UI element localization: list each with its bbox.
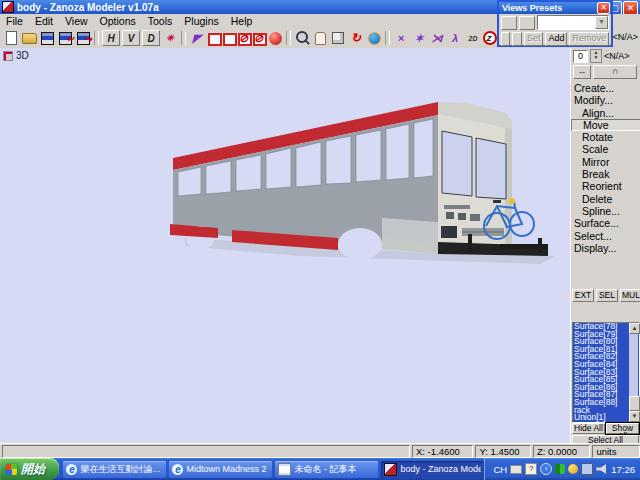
- sidebar-command[interactable]: Rotate: [571, 131, 640, 143]
- menu-item[interactable]: Edit: [29, 15, 59, 27]
- preset-button-4[interactable]: [512, 32, 521, 46]
- language-indicator[interactable]: CH: [493, 464, 507, 475]
- sidebar-command[interactable]: Delete: [571, 193, 640, 205]
- sidebar-command[interactable]: Reorient: [571, 180, 640, 192]
- zoom-tool-icon[interactable]: [293, 30, 311, 46]
- orbit-view-icon[interactable]: [365, 30, 383, 46]
- sidebar-command[interactable]: Select...: [571, 230, 640, 242]
- remove-button[interactable]: Remove: [569, 32, 609, 46]
- sidebar-command[interactable]: Break: [571, 168, 640, 180]
- add-button[interactable]: Add: [545, 32, 567, 46]
- viewport-disable-icon-1[interactable]: ⊘: [236, 32, 251, 45]
- layout-vertical-button[interactable]: V: [122, 30, 140, 46]
- menu-item[interactable]: Help: [225, 15, 259, 27]
- rotate-view-icon[interactable]: ↻: [347, 30, 365, 46]
- sidebar-command[interactable]: Spline...: [571, 205, 640, 217]
- views-preset-select[interactable]: ▼: [537, 15, 609, 30]
- menu-item[interactable]: Tools: [142, 15, 179, 27]
- clock[interactable]: 17:26: [611, 464, 635, 475]
- close-button[interactable]: ✕: [623, 1, 638, 15]
- level-value[interactable]: 0: [573, 50, 588, 63]
- views-presets-titlebar[interactable]: Views Presets ✕: [499, 2, 611, 14]
- taskbar-task[interactable]: 樂在生活互動討論...: [63, 461, 166, 478]
- system-tray: CH 17:26: [484, 458, 640, 480]
- taskbar-task[interactable]: Midtown Madness 2 C...: [169, 461, 272, 478]
- arc-button[interactable]: ∩: [593, 65, 637, 79]
- save-icon[interactable]: [38, 30, 56, 46]
- menu-item[interactable]: File: [0, 15, 29, 27]
- surface-list-item[interactable]: Union[1]: [573, 414, 629, 422]
- vertex-tool-icon-1[interactable]: ×: [392, 30, 410, 46]
- help-icon[interactable]: [525, 463, 537, 475]
- level-spinner[interactable]: ▲▼: [590, 49, 602, 63]
- views-presets-close-icon[interactable]: ✕: [597, 2, 610, 14]
- scroll-down-icon[interactable]: ▼: [629, 411, 640, 422]
- sidebar-command[interactable]: Mirror: [571, 156, 640, 168]
- task-icon: [66, 464, 77, 475]
- layout-horizontal-button[interactable]: H: [102, 30, 120, 46]
- viewport-3d[interactable]: 3D: [0, 48, 570, 443]
- volume-icon[interactable]: [596, 464, 606, 474]
- layout-dynamic-button[interactable]: D: [142, 30, 160, 46]
- windows-flag-icon: [6, 464, 17, 475]
- axes-icon[interactable]: ✳: [161, 30, 179, 46]
- cube-view-icon[interactable]: [329, 30, 347, 46]
- chevron-down-icon[interactable]: ▼: [595, 16, 608, 29]
- separator: [94, 31, 99, 45]
- viewport-mode-icon[interactable]: [3, 51, 13, 61]
- menu-item[interactable]: Options: [94, 15, 142, 27]
- vertex-tool-icon-4[interactable]: λ: [446, 30, 464, 46]
- taskbar-task[interactable]: body - Zanoza Modele...: [381, 461, 484, 478]
- scroll-up-icon[interactable]: ▲: [629, 323, 640, 334]
- sidebar-command[interactable]: Scale: [571, 143, 640, 155]
- preset-button-3[interactable]: [501, 32, 510, 46]
- vertex-tool-icon-3[interactable]: ⋊: [428, 30, 446, 46]
- z-axis-lock-icon[interactable]: Z: [482, 30, 496, 46]
- select-arrow-icon[interactable]: ◤: [188, 30, 206, 46]
- status-x-coordinate: X: -1.4600: [412, 445, 473, 458]
- sidebar-command[interactable]: Modify...: [571, 94, 640, 106]
- preset-button-2[interactable]: [519, 16, 535, 30]
- set-button[interactable]: Set: [524, 32, 544, 46]
- sidebar-command[interactable]: Create...: [571, 82, 640, 94]
- list-action-button[interactable]: Show All: [606, 423, 639, 434]
- open-file-icon[interactable]: [20, 30, 38, 46]
- render-sphere-icon[interactable]: [266, 30, 284, 46]
- keyboard-icon[interactable]: [510, 465, 522, 474]
- list-action-button[interactable]: Hide All: [572, 423, 605, 434]
- preset-button-1[interactable]: [501, 16, 517, 30]
- sidebar-command[interactable]: Align...: [571, 107, 640, 119]
- new-file-icon[interactable]: [2, 30, 20, 46]
- scroll-thumb[interactable]: [629, 396, 640, 411]
- mode-2d3d-icon[interactable]: 2D: [464, 30, 482, 46]
- sidebar-command[interactable]: Display...: [571, 242, 640, 254]
- messenger-icon[interactable]: [568, 464, 578, 474]
- separator: [181, 31, 186, 45]
- vertex-tool-icon-2[interactable]: ✶: [410, 30, 428, 46]
- start-button[interactable]: 開始: [0, 458, 59, 480]
- menu-item[interactable]: View: [59, 15, 94, 27]
- taskbar-task[interactable]: 未命名 - 記事本: [275, 461, 378, 478]
- start-label: 開始: [21, 461, 45, 478]
- menu-item[interactable]: Plugins: [178, 15, 224, 27]
- swap-button[interactable]: ↔: [573, 65, 591, 79]
- bus-model[interactable]: [0, 48, 570, 443]
- window-title: body - Zanoza Modeler v1.07a: [17, 2, 159, 13]
- mode-button[interactable]: SEL: [596, 289, 618, 302]
- pan-tool-icon[interactable]: [311, 30, 329, 46]
- mode-button[interactable]: EXT: [572, 289, 594, 302]
- viewport-disable-icon-2[interactable]: ⊘: [251, 32, 266, 45]
- views-presets-panel[interactable]: Views Presets ✕ ▼ Set Add Remove: [497, 0, 613, 47]
- viewport-toggle-icon-1[interactable]: [206, 32, 221, 45]
- list-scrollbar[interactable]: ▲ ▼: [629, 323, 638, 422]
- viewport-toggle-icon-2[interactable]: [221, 32, 236, 45]
- export-icon[interactable]: ↪: [74, 30, 92, 46]
- network-icon[interactable]: [581, 463, 593, 475]
- sidebar-command[interactable]: Move: [571, 119, 640, 131]
- msn-icon[interactable]: [555, 464, 565, 474]
- taskbar: 開始 樂在生活互動討論... Midtown Madness 2 C... 未命…: [0, 458, 640, 480]
- import-icon[interactable]: ↩: [56, 30, 74, 46]
- tray-collapse-icon[interactable]: [540, 463, 552, 475]
- sidebar-command[interactable]: Surface...: [571, 217, 640, 229]
- mode-button[interactable]: MUL: [620, 289, 640, 302]
